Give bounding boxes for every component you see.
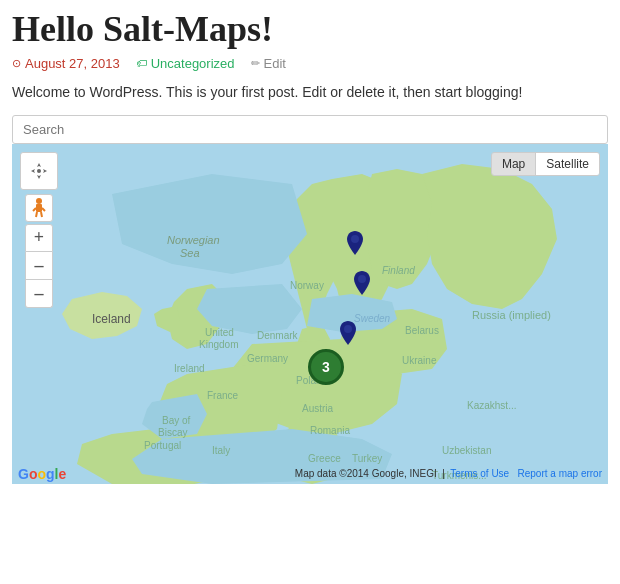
svg-line-32 bbox=[36, 212, 37, 217]
post-edit[interactable]: ✏ Edit bbox=[251, 56, 286, 71]
pegman-control[interactable] bbox=[25, 194, 53, 222]
search-input[interactable] bbox=[12, 115, 608, 144]
search-wrapper bbox=[12, 115, 608, 144]
svg-text:Bay of: Bay of bbox=[162, 415, 191, 426]
svg-line-31 bbox=[42, 208, 45, 211]
svg-text:Denmark: Denmark bbox=[257, 330, 299, 341]
iceland-label: Iceland bbox=[92, 312, 131, 326]
svg-point-28 bbox=[36, 198, 42, 204]
zoom-out-button[interactable]: – bbox=[25, 280, 53, 308]
pan-control[interactable] bbox=[20, 152, 58, 190]
satellite-button[interactable]: Satellite bbox=[535, 153, 599, 175]
report-error-link[interactable]: Report a map error bbox=[518, 468, 602, 479]
map-controls: + – – bbox=[20, 152, 58, 308]
terms-link[interactable]: Terms of Use bbox=[450, 468, 509, 479]
svg-text:Austria: Austria bbox=[302, 403, 334, 414]
folder-icon: 🏷 bbox=[136, 57, 147, 69]
svg-text:Germany: Germany bbox=[247, 353, 288, 364]
svg-text:Kazakhst...: Kazakhst... bbox=[467, 400, 516, 411]
map-attribution: Map data ©2014 Google, INEGI | Terms of … bbox=[295, 468, 602, 479]
svg-point-34 bbox=[351, 235, 359, 243]
map-marker-3[interactable] bbox=[340, 321, 356, 349]
zoom-mid-button[interactable]: – bbox=[25, 252, 53, 280]
map-footer: Google Map data ©2014 Google, INEGI | Te… bbox=[12, 464, 608, 484]
svg-text:Kingdom: Kingdom bbox=[199, 339, 238, 350]
svg-text:Norway: Norway bbox=[290, 280, 324, 291]
svg-point-35 bbox=[358, 275, 366, 283]
post-category[interactable]: 🏷 Uncategorized bbox=[136, 56, 235, 71]
svg-text:Uzbekistan: Uzbekistan bbox=[442, 445, 491, 456]
post-title: Hello Salt-Maps! bbox=[12, 10, 608, 50]
zoom-in-button[interactable]: + bbox=[25, 224, 53, 252]
svg-line-33 bbox=[41, 212, 42, 217]
cluster-marker[interactable]: 3 bbox=[308, 349, 344, 385]
svg-rect-29 bbox=[36, 204, 42, 212]
svg-point-36 bbox=[344, 325, 352, 333]
map-footer-left: Google bbox=[18, 466, 66, 482]
svg-text:Ireland: Ireland bbox=[174, 363, 205, 374]
map-button[interactable]: Map bbox=[492, 153, 535, 175]
post-content: Welcome to WordPress. This is your first… bbox=[12, 81, 608, 103]
svg-text:France: France bbox=[207, 390, 239, 401]
google-logo: Google bbox=[18, 466, 66, 482]
map-marker-2[interactable] bbox=[354, 271, 370, 299]
svg-text:Biscay: Biscay bbox=[158, 427, 187, 438]
svg-text:Portugal: Portugal bbox=[144, 440, 181, 451]
pencil-icon: ✏ bbox=[251, 57, 260, 70]
svg-text:Belarus: Belarus bbox=[405, 325, 439, 336]
svg-text:United: United bbox=[205, 327, 234, 338]
map-marker-1[interactable] bbox=[347, 231, 363, 259]
clock-icon: ⊙ bbox=[12, 57, 21, 70]
svg-text:Turkey: Turkey bbox=[352, 453, 382, 464]
svg-text:Russia (implied): Russia (implied) bbox=[472, 309, 551, 321]
map-type-buttons: Map Satellite bbox=[491, 152, 600, 176]
svg-point-27 bbox=[37, 169, 41, 173]
svg-text:Romania: Romania bbox=[310, 425, 350, 436]
svg-text:Finland: Finland bbox=[382, 265, 415, 276]
map-container[interactable]: Norwegian Sea Sweden Finland Norway Bela… bbox=[12, 144, 608, 484]
cluster-count[interactable]: 3 bbox=[308, 349, 344, 385]
svg-text:Sweden: Sweden bbox=[354, 313, 391, 324]
svg-text:Norwegian: Norwegian bbox=[167, 234, 220, 246]
post-date[interactable]: ⊙ August 27, 2013 bbox=[12, 56, 120, 71]
page-wrapper: Hello Salt-Maps! ⊙ August 27, 2013 🏷 Unc… bbox=[0, 0, 620, 484]
svg-text:Ukraine: Ukraine bbox=[402, 355, 437, 366]
post-meta: ⊙ August 27, 2013 🏷 Uncategorized ✏ Edit bbox=[12, 56, 608, 71]
svg-text:Italy: Italy bbox=[212, 445, 230, 456]
svg-text:Greece: Greece bbox=[308, 453, 341, 464]
svg-line-30 bbox=[33, 208, 36, 211]
svg-text:Sea: Sea bbox=[180, 247, 200, 259]
